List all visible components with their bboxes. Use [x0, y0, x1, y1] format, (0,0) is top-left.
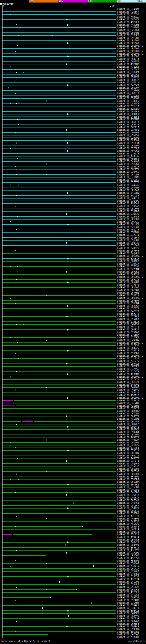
hit-bar[interactable] — [2, 473, 116, 476]
hit-bar[interactable] — [2, 81, 116, 84]
hit-bar[interactable] — [2, 300, 116, 302]
hit-bar[interactable] — [2, 270, 116, 273]
hit-bar[interactable] — [2, 410, 116, 412]
hit-bar[interactable] — [2, 415, 116, 418]
hit-bar[interactable] — [2, 234, 116, 236]
hit-bar[interactable] — [2, 360, 116, 362]
hit-bar[interactable] — [2, 26, 116, 29]
hit-bar[interactable] — [2, 208, 116, 210]
hit-bar[interactable] — [2, 575, 116, 578]
hit-bar[interactable] — [2, 533, 116, 536]
hit-bar[interactable] — [2, 536, 116, 539]
hit-bar[interactable] — [2, 186, 116, 189]
hit-bar[interactable] — [2, 189, 116, 192]
hit-bar[interactable] — [2, 465, 116, 468]
hit-bar[interactable] — [2, 625, 116, 628]
hit-bar[interactable] — [2, 557, 116, 560]
hit-bar[interactable] — [2, 381, 116, 384]
hit-bar[interactable] — [2, 396, 116, 399]
hit-bar[interactable] — [2, 179, 116, 182]
hit-bar[interactable] — [2, 171, 116, 174]
hit-bar[interactable] — [2, 131, 116, 134]
hit-bar[interactable] — [2, 250, 116, 252]
hit-bar[interactable] — [2, 252, 116, 255]
hit-bar[interactable] — [2, 433, 116, 436]
hit-bar[interactable] — [2, 260, 116, 263]
hit-bar[interactable] — [2, 633, 116, 636]
hit-bar[interactable] — [2, 339, 116, 342]
hit-bar[interactable] — [2, 218, 116, 221]
hit-bar[interactable] — [2, 63, 116, 66]
hit-bar[interactable] — [2, 315, 116, 318]
hit-bar[interactable] — [2, 8, 116, 10]
hit-bar[interactable] — [2, 476, 116, 478]
hit-bar[interactable] — [2, 247, 116, 250]
hit-bar[interactable] — [2, 34, 116, 37]
hit-bar[interactable] — [2, 213, 116, 216]
hit-bar[interactable] — [2, 326, 116, 328]
hit-bar[interactable] — [2, 384, 116, 386]
hit-bar[interactable] — [2, 255, 116, 258]
hit-bar[interactable] — [2, 139, 116, 142]
hit-bar[interactable] — [2, 630, 116, 633]
hit-bar[interactable] — [2, 181, 116, 184]
hit-bar[interactable] — [2, 594, 116, 596]
hit-bar[interactable] — [2, 622, 116, 625]
hit-bar[interactable] — [2, 404, 116, 407]
hit-bar[interactable] — [2, 610, 116, 612]
hit-bar[interactable] — [2, 318, 116, 320]
hit-bar[interactable] — [2, 50, 116, 52]
hit-bar[interactable] — [2, 100, 116, 102]
hit-bar[interactable] — [2, 420, 116, 423]
hit-bar[interactable] — [2, 428, 116, 431]
hit-bar[interactable] — [2, 546, 116, 549]
hit-bar[interactable] — [2, 544, 116, 546]
hit-bar[interactable] — [2, 68, 116, 71]
hit-bar[interactable] — [2, 602, 116, 604]
hit-bar[interactable] — [2, 560, 116, 562]
hit-bar[interactable] — [2, 292, 116, 294]
hit-bar[interactable] — [2, 52, 116, 55]
hit-bar[interactable] — [2, 331, 116, 334]
hit-bar[interactable] — [2, 444, 116, 446]
hit-bar[interactable] — [2, 347, 116, 350]
hit-bar[interactable] — [2, 307, 116, 310]
hit-bar[interactable] — [2, 166, 116, 168]
hit-bar[interactable] — [2, 32, 116, 34]
hit-bar[interactable] — [2, 596, 116, 599]
hit-bar[interactable] — [2, 160, 116, 163]
hit-bar[interactable] — [2, 147, 116, 150]
hit-bar[interactable] — [2, 502, 116, 504]
hit-bar[interactable] — [2, 541, 116, 544]
hit-bar[interactable] — [2, 10, 116, 13]
hit-bar[interactable] — [2, 394, 116, 397]
hit-bar[interactable] — [2, 431, 116, 434]
hit-bar[interactable] — [2, 586, 116, 588]
hit-bar[interactable] — [2, 258, 116, 260]
hit-bar[interactable] — [2, 94, 116, 97]
hit-bar[interactable] — [2, 583, 116, 586]
hit-bar[interactable] — [2, 113, 116, 116]
hit-bar[interactable] — [2, 273, 116, 276]
hit-bar[interactable] — [2, 612, 116, 615]
hit-bar[interactable] — [2, 29, 116, 32]
hit-bar[interactable] — [2, 71, 116, 74]
hit-bar[interactable] — [2, 518, 116, 520]
hit-bar[interactable] — [2, 449, 116, 452]
hit-bar[interactable] — [2, 368, 116, 370]
hit-bar[interactable] — [2, 200, 116, 202]
hit-bar[interactable] — [2, 128, 116, 131]
hit-bar[interactable] — [2, 226, 116, 229]
hit-bar[interactable] — [2, 163, 116, 166]
hit-bar[interactable] — [2, 216, 116, 218]
hit-bar[interactable] — [2, 89, 116, 92]
hit-bar[interactable] — [2, 276, 116, 278]
hit-bar[interactable] — [2, 520, 116, 523]
hit-bar[interactable] — [2, 228, 116, 231]
hit-bar[interactable] — [2, 418, 116, 420]
hit-bar[interactable] — [2, 310, 116, 313]
hit-bar[interactable] — [2, 342, 116, 344]
hit-bar[interactable] — [2, 491, 116, 494]
hit-bar[interactable] — [2, 155, 116, 158]
hit-bar[interactable] — [2, 176, 116, 179]
